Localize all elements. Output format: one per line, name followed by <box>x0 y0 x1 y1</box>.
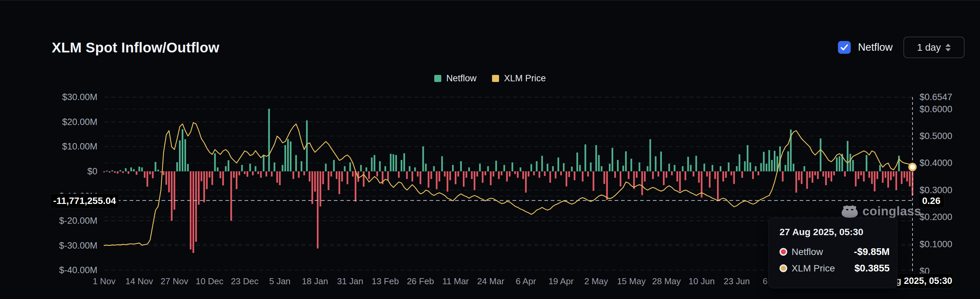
netflow-bar[interactable] <box>744 161 746 171</box>
netflow-bar[interactable] <box>574 171 575 180</box>
netflow-bar[interactable] <box>847 141 848 171</box>
netflow-bar[interactable] <box>222 171 224 185</box>
netflow-bar[interactable] <box>314 171 316 191</box>
netflow-bar[interactable] <box>471 171 473 179</box>
netflow-bar[interactable] <box>828 171 830 178</box>
netflow-bar[interactable] <box>274 162 275 171</box>
netflow-bar[interactable] <box>200 171 202 181</box>
netflow-bar[interactable] <box>909 171 910 186</box>
netflow-bar[interactable] <box>684 171 686 180</box>
netflow-bar[interactable] <box>644 171 646 181</box>
netflow-bar[interactable] <box>422 146 424 171</box>
netflow-bar[interactable] <box>190 171 191 250</box>
netflow-bar[interactable] <box>127 171 129 174</box>
netflow-bar[interactable] <box>179 140 181 171</box>
netflow-bar[interactable] <box>138 167 140 171</box>
netflow-bar[interactable] <box>517 171 519 178</box>
netflow-bar[interactable] <box>746 145 748 171</box>
netflow-bar[interactable] <box>355 171 356 202</box>
netflow-bar[interactable] <box>309 171 310 181</box>
netflow-bar[interactable] <box>722 171 724 181</box>
netflow-bar[interactable] <box>725 171 727 178</box>
netflow-bar[interactable] <box>303 171 305 175</box>
netflow-bar[interactable] <box>728 162 729 171</box>
netflow-bar[interactable] <box>474 171 475 190</box>
netflow-bar[interactable] <box>266 171 267 177</box>
netflow-bar[interactable] <box>706 171 708 177</box>
netflow-bar[interactable] <box>514 171 516 174</box>
netflow-bar[interactable] <box>557 157 559 171</box>
netflow-bar[interactable] <box>252 171 254 175</box>
netflow-bar[interactable] <box>663 171 665 185</box>
netflow-bar[interactable] <box>871 171 873 184</box>
netflow-bar[interactable] <box>255 166 256 171</box>
netflow-bar[interactable] <box>287 139 289 171</box>
netflow-bar[interactable] <box>241 165 243 171</box>
netflow-bar[interactable] <box>498 171 500 179</box>
netflow-bar[interactable] <box>236 171 237 189</box>
netflow-bar[interactable] <box>714 171 716 179</box>
netflow-bar[interactable] <box>682 166 683 171</box>
netflow-bar[interactable] <box>320 171 321 207</box>
netflow-bar[interactable] <box>825 171 827 185</box>
netflow-bar[interactable] <box>449 171 451 180</box>
netflow-bar[interactable] <box>701 171 703 197</box>
netflow-bar[interactable] <box>420 171 421 184</box>
netflow-bar[interactable] <box>733 171 735 184</box>
netflow-bar[interactable] <box>760 163 762 171</box>
netflow-bar[interactable] <box>144 171 145 178</box>
netflow-bar[interactable] <box>536 161 538 171</box>
netflow-bar[interactable] <box>363 171 364 187</box>
netflow-bar[interactable] <box>671 171 673 175</box>
netflow-bar[interactable] <box>820 138 821 171</box>
netflow-bar[interactable] <box>301 161 302 171</box>
netflow-bar[interactable] <box>822 171 824 177</box>
netflow-bar[interactable] <box>877 171 878 179</box>
netflow-bar[interactable] <box>163 171 165 175</box>
netflow-bar[interactable] <box>109 171 110 173</box>
netflow-bar[interactable] <box>328 171 329 190</box>
netflow-bar[interactable] <box>231 171 232 221</box>
netflow-bar[interactable] <box>344 166 345 171</box>
netflow-bar[interactable] <box>587 171 589 177</box>
netflow-bar[interactable] <box>741 171 743 178</box>
netflow-bar[interactable] <box>787 151 789 171</box>
netflow-bar[interactable] <box>111 170 113 171</box>
netflow-bar[interactable] <box>433 166 435 171</box>
netflow-bar[interactable] <box>850 154 851 171</box>
netflow-bar[interactable] <box>676 171 678 181</box>
netflow-bar[interactable] <box>768 150 770 171</box>
netflow-bar[interactable] <box>652 171 654 179</box>
netflow-bar[interactable] <box>339 171 340 194</box>
netflow-bar[interactable] <box>122 171 124 173</box>
netflow-bar[interactable] <box>336 171 337 179</box>
netflow-bar[interactable] <box>468 167 470 171</box>
netflow-bar[interactable] <box>552 166 554 171</box>
netflow-bar[interactable] <box>212 171 213 185</box>
netflow-bar[interactable] <box>698 171 700 183</box>
netflow-bar[interactable] <box>892 171 894 177</box>
netflow-bar[interactable] <box>466 171 467 178</box>
netflow-bar[interactable] <box>295 155 297 171</box>
netflow-bar[interactable] <box>668 164 670 171</box>
netflow-bar[interactable] <box>377 171 378 177</box>
netflow-bar[interactable] <box>487 166 489 171</box>
netflow-bar[interactable] <box>612 148 613 171</box>
netflow-bar[interactable] <box>879 165 881 171</box>
netflow-bar[interactable] <box>441 156 443 171</box>
netflow-bar[interactable] <box>736 166 738 171</box>
netflow-bar[interactable] <box>290 142 291 171</box>
netflow-bar[interactable] <box>749 162 751 171</box>
netflow-bar[interactable] <box>882 171 884 183</box>
netflow-bar[interactable] <box>203 171 205 202</box>
netflow-bar[interactable] <box>182 129 183 171</box>
netflow-bar[interactable] <box>409 166 410 171</box>
netflow-bar[interactable] <box>738 154 740 171</box>
netflow-bar[interactable] <box>152 171 153 178</box>
netflow-bar[interactable] <box>687 157 689 171</box>
netflow-bar[interactable] <box>387 171 389 180</box>
netflow-bar[interactable] <box>173 171 175 210</box>
netflow-bar[interactable] <box>262 155 264 171</box>
netflow-bar[interactable] <box>807 171 808 189</box>
netflow-bar[interactable] <box>525 171 527 192</box>
